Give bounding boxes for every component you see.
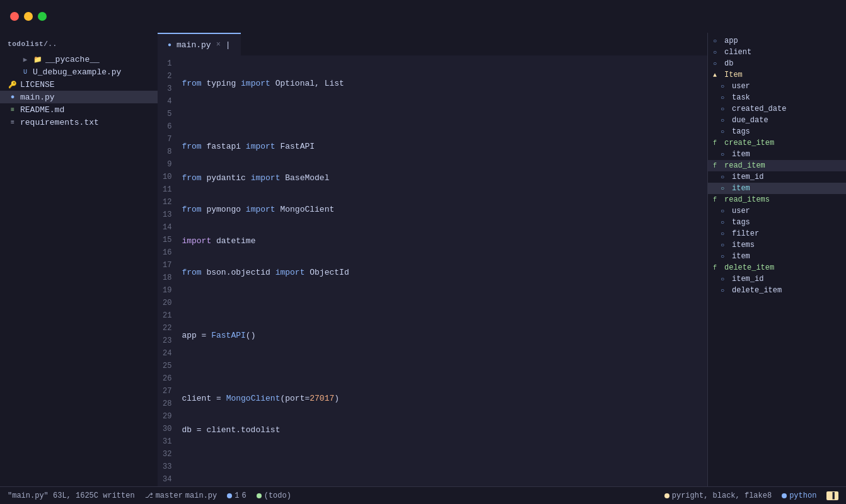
sidebar-item-label: LICENSE [20,80,55,89]
circle-icon: ○ [721,94,729,101]
outline-item-item-id[interactable]: ○ item_id [708,171,846,183]
circle-icon: ○ [721,129,729,135]
warning-icon: ▲ [713,72,722,79]
git-branch-icon: ⎇ [145,491,153,500]
fn-icon: f [713,265,722,272]
circle-icon: ○ [721,174,729,181]
circle-icon: ○ [721,253,729,260]
sidebar-item-label: main.py [20,93,55,102]
outline-item-tags-ri[interactable]: ○ tags [708,217,846,228]
outline-item-user[interactable]: ○ user [708,81,846,92]
outline-item-client[interactable]: ○ client [708,47,846,58]
outline-label: Item [724,71,743,79]
outline-label: item_id [732,173,763,181]
circle-icon: ○ [721,83,729,90]
circle-icon: ○ [721,276,729,283]
txt-icon: ≡ [8,117,18,127]
circle-icon: ○ [713,60,722,67]
outline-label: task [732,93,750,102]
outline-label: item [732,252,750,261]
outline-item-task[interactable]: ○ task [708,92,846,103]
license-icon: 🔑 [8,79,18,89]
circle-icon: ○ [721,185,729,192]
code-line-1: from typing import Optional, List [179,77,707,89]
outline-label: app [724,37,738,45]
md-icon: ≡ [8,105,18,115]
code-content[interactable]: from typing import Optional, List from f… [179,55,707,486]
error-dot-icon [227,493,232,498]
todo-label: (todo) [264,491,291,500]
sidebar-item-requirements[interactable]: ≡ requirements.txt [0,116,158,129]
warning-count-label: 6 [241,491,246,500]
outline-label: due_date [732,116,768,125]
folder-icon: 📁 [33,54,43,64]
outline-item-db[interactable]: ○ db [708,58,846,69]
outline-label: client [724,48,751,57]
branch-name: master [156,491,183,500]
tab-close-button[interactable]: × [216,40,221,49]
sidebar-item-label: requirements.txt [20,118,99,127]
branch-filename: main.py [185,491,217,500]
code-editor[interactable]: 12345 678910 1112131415 1617181920 21222… [158,55,707,486]
outline-label: user [732,82,750,91]
outline-item-item-ci[interactable]: ○ item [708,149,846,160]
sidebar-item-readme[interactable]: ≡ README.md [0,103,158,116]
line-numbers: 12345 678910 1112131415 1617181920 21222… [158,55,179,486]
sidebar-item-label: __pycache__ [45,55,100,64]
outline-item-tags[interactable]: ○ tags [708,126,846,137]
error-count-label: 1 [235,491,239,500]
language-label: python [789,491,816,500]
outline-item-user-ri[interactable]: ○ user [708,205,846,217]
code-line-9: app = FastAPI() [179,329,707,341]
outline-item-items-ri[interactable]: ○ items [708,239,846,251]
outline-item-read-item[interactable]: f read_item [708,160,846,171]
editor-area: ● main.py × | 12345 678910 1112131415 16… [158,33,707,486]
sidebar-title: todolist/.. [0,38,158,53]
lsp-dot-icon [664,493,669,498]
git-branch[interactable]: ⎇ master main.py [145,491,217,500]
circle-icon: ○ [721,208,729,215]
todo-dot-icon [257,493,262,498]
todo-indicator[interactable]: (todo) [257,491,291,500]
outline-item-app[interactable]: ○ app [708,35,846,47]
outline-item-item-ri2[interactable]: ○ item [708,251,846,262]
outline-item-due-date[interactable]: ○ due_date [708,115,846,126]
outline-item-read-items[interactable]: f read_items [708,194,846,205]
outline-item-delete-item-di[interactable]: ○ delete_item [708,285,846,296]
circle-icon: ○ [721,106,729,113]
sidebar-item-pycache[interactable]: ▶ 📁 __pycache__ [0,53,158,66]
outline-item-item-ri[interactable]: ○ item [708,183,846,194]
sidebar: todolist/.. ▶ 📁 __pycache__ U U_debug_ex… [0,33,158,486]
outline-item-delete-item[interactable]: f delete_item [708,262,846,273]
lsp-label: pyright, black, flake8 [672,491,772,500]
language-indicator[interactable]: python [782,491,816,500]
sidebar-item-debug[interactable]: U U_debug_example.py [0,66,158,78]
sidebar-item-main[interactable]: ● main.py [0,91,158,103]
maximize-button[interactable] [38,12,47,21]
python-dot-icon: ● [8,92,18,102]
circle-icon: ○ [721,287,729,294]
close-button[interactable] [10,12,19,21]
tab-main-py[interactable]: ● main.py × | [158,33,241,55]
circle-icon: ○ [721,242,729,249]
minimize-button[interactable] [24,12,33,21]
circle-icon: ○ [721,219,729,226]
code-line-4: from pydantic import BaseModel [179,171,707,184]
lsp-indicator[interactable]: pyright, black, flake8 [664,491,772,500]
code-line-10 [179,360,707,373]
outline-label: item [732,150,750,159]
code-line-5: from pymongo import MongoClient [179,203,707,215]
outline-label: item [732,184,750,193]
terminal-button[interactable]: ▐ [826,491,838,500]
tab-filename: main.py [177,40,211,50]
outline-item-item-id-di[interactable]: ○ item_id [708,273,846,285]
error-count[interactable]: 1 6 [227,491,246,500]
code-line-7: from bson.objectid import ObjectId [179,266,707,278]
sidebar-item-license[interactable]: 🔑 LICENSE [0,78,158,91]
outline-item-filter-ri[interactable]: ○ filter [708,228,846,239]
outline-item-created-date[interactable]: ○ created_date [708,103,846,115]
cursor-indicator: | [226,40,231,50]
outline-item-Item[interactable]: ▲ Item [708,69,846,81]
outline-item-create-item[interactable]: f create_item [708,137,846,149]
code-line-8 [179,297,707,310]
